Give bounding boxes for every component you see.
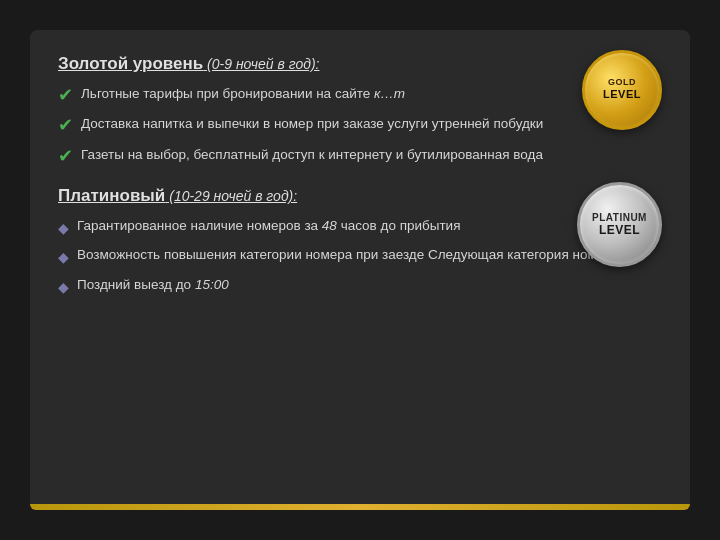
platinum-badge-line1: Platinum	[592, 212, 647, 223]
platinum-badge-line2: Level	[599, 223, 640, 237]
platinum-item-2: ◆ Возможность повышения категории номера…	[58, 245, 662, 267]
main-card: GOLD LEVEL Золотой уровень (0-9 ночей в …	[30, 30, 690, 510]
diamond-icon-3: ◆	[58, 277, 69, 297]
gold-item-1: ✔ Льготные тарифы при бронировании на са…	[58, 84, 662, 107]
gold-title: Золотой уровень (0-9 ночей в год):	[58, 54, 662, 74]
platinum-title: Платиновый (10-29 ночей в год):	[58, 186, 662, 206]
platinum-section: Platinum Level Платиновый (10-29 ночей в…	[58, 186, 662, 297]
platinum-badge: Platinum Level	[577, 182, 662, 267]
gold-item-2: ✔ Доставка напитка и выпечки в номер при…	[58, 114, 662, 137]
bottom-bar	[30, 504, 690, 510]
gold-item-3: ✔ Газеты на выбор, бесплатный доступ к и…	[58, 145, 662, 168]
gold-section: GOLD LEVEL Золотой уровень (0-9 ночей в …	[58, 54, 662, 168]
gold-badge: GOLD LEVEL	[582, 50, 662, 130]
gold-badge-line2: LEVEL	[603, 88, 641, 101]
diamond-icon-2: ◆	[58, 247, 69, 267]
checkmark-icon-3: ✔	[58, 145, 73, 168]
diamond-icon-1: ◆	[58, 218, 69, 238]
checkmark-icon-2: ✔	[58, 114, 73, 137]
checkmark-icon-1: ✔	[58, 84, 73, 107]
gold-badge-line1: GOLD	[608, 78, 636, 88]
platinum-item-3: ◆ Поздний выезд до 15:00	[58, 275, 662, 297]
platinum-item-1: ◆ Гарантированное наличие номеров за 48 …	[58, 216, 662, 238]
